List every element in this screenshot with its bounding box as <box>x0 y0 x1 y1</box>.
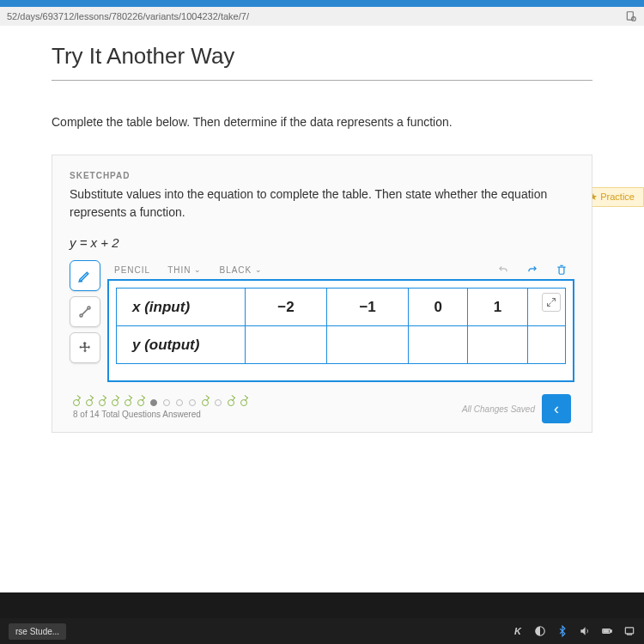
pad-main: PENCIL THIN ⌄ BLACK ⌄ x (input) <box>107 260 574 382</box>
expand-button[interactable] <box>542 293 561 312</box>
svg-rect-8 <box>625 628 633 634</box>
thickness-select[interactable]: THIN ⌄ <box>167 265 202 275</box>
table-cell[interactable]: −1 <box>327 289 409 326</box>
tray-volume-icon[interactable] <box>579 625 591 637</box>
sketchpad-wrapper: PENCIL THIN ⌄ BLACK ⌄ x (input) <box>70 260 574 382</box>
progress-text: 8 of 14 Total Questions Answered <box>73 410 247 419</box>
sketchpad-label: SKETCHPAD <box>70 171 574 180</box>
url-text: 52/days/693712/lessons/780226/variants/1… <box>7 11 249 21</box>
saved-text: All Changes Saved <box>462 404 535 414</box>
trash-icon[interactable] <box>556 264 568 276</box>
row-label-output: y (output) <box>117 326 246 364</box>
svg-rect-6 <box>611 630 611 632</box>
pencil-tool-button[interactable] <box>70 260 100 291</box>
prompt-text: Complete the table below. Then determine… <box>52 115 592 129</box>
tray-notifications-icon[interactable] <box>623 625 635 637</box>
system-tray: K <box>512 625 635 637</box>
function-table: x (input) −2 −1 0 1 y (output) <box>116 288 566 364</box>
page-title: Try It Another Way <box>52 43 592 81</box>
line-tool-button[interactable] <box>70 296 100 327</box>
pad-toolbar: PENCIL THIN ⌄ BLACK ⌄ <box>107 260 574 279</box>
equation: y = x + 2 <box>70 235 574 250</box>
table-cell[interactable] <box>409 326 468 364</box>
undo-icon[interactable] <box>497 264 509 276</box>
table-row: y (output) <box>117 326 566 364</box>
table-cell[interactable] <box>327 326 409 364</box>
tool-rail <box>70 260 100 382</box>
svg-rect-0 <box>627 12 633 20</box>
content-area: Try It Another Way Complete the table be… <box>0 26 644 592</box>
sketchpad-card: SKETCHPAD Substitute values into the equ… <box>52 155 592 433</box>
redo-icon[interactable] <box>526 264 538 276</box>
table-cell[interactable] <box>527 326 565 364</box>
table-cell[interactable]: 1 <box>468 289 527 326</box>
pencil-label: PENCIL <box>114 265 150 275</box>
table-cell[interactable] <box>468 326 527 364</box>
tray-battery-icon[interactable] <box>601 625 613 637</box>
taskbar-app[interactable]: rse Stude... <box>9 623 66 640</box>
taskbar: rse Stude... K <box>0 618 644 644</box>
table-cell[interactable] <box>246 326 327 364</box>
svg-line-4 <box>82 309 88 315</box>
prev-button[interactable]: ‹ <box>542 394 571 423</box>
move-tool-button[interactable] <box>70 332 100 363</box>
browser-chrome-top <box>0 0 644 7</box>
svg-point-3 <box>88 307 90 309</box>
sketchpad-canvas[interactable]: x (input) −2 −1 0 1 y (output) <box>107 279 574 382</box>
table-cell[interactable]: 0 <box>409 289 468 326</box>
svg-point-2 <box>80 314 82 317</box>
reader-mode-icon[interactable] <box>625 10 637 22</box>
table-row: x (input) −2 −1 0 1 <box>117 289 566 326</box>
color-select[interactable]: BLACK ⌄ <box>219 265 263 275</box>
url-bar: 52/days/693712/lessons/780226/variants/1… <box>0 7 644 26</box>
progress-row: 8 of 14 Total Questions Answered All Cha… <box>70 394 574 423</box>
svg-rect-7 <box>604 630 609 632</box>
tray-network-icon[interactable] <box>534 625 546 637</box>
table-cell[interactable]: −2 <box>246 289 327 326</box>
row-label-input: x (input) <box>117 289 246 326</box>
sketchpad-instruction: Substitute values into the equation to c… <box>70 185 574 222</box>
tray-bluetooth-icon[interactable] <box>556 625 568 637</box>
progress-dots[interactable] <box>73 399 247 406</box>
tray-k-icon[interactable]: K <box>512 625 524 637</box>
